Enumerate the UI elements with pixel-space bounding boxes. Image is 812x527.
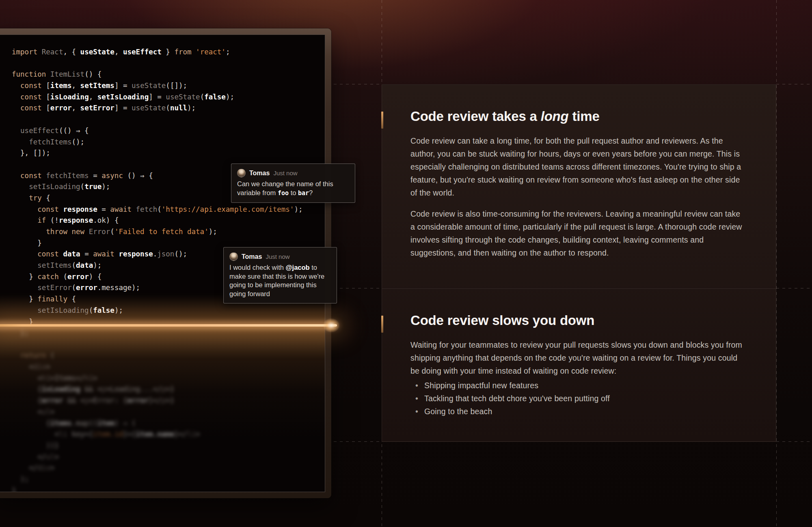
list-item: Tackling that tech debt chore you've bee… bbox=[415, 392, 745, 405]
code-line: ))} bbox=[12, 440, 200, 452]
code-line: </div> bbox=[12, 462, 200, 474]
code-line: const [error, setError] = useState(null)… bbox=[12, 103, 303, 114]
code-line: useEffect(() ⇒ { bbox=[12, 125, 303, 137]
comment-timestamp: Just now bbox=[266, 253, 289, 260]
list-item: Shipping impactful new features bbox=[415, 379, 745, 392]
amber-glow-line bbox=[0, 324, 337, 327]
comment-timestamp: Just now bbox=[273, 170, 297, 176]
alternatives-list: Shipping impactful new features Tackling… bbox=[410, 379, 745, 418]
user-avatar-icon bbox=[229, 252, 238, 261]
page-background: import React, { useState, useEffect } fr… bbox=[0, 0, 812, 527]
user-avatar-icon bbox=[237, 169, 246, 177]
comment-author: Tomas bbox=[242, 253, 262, 260]
review-comment-bubble[interactable]: Tomas Just now I would check with @jacob… bbox=[223, 247, 337, 303]
code-line: ); bbox=[12, 474, 200, 485]
code-line: setIsLoading(false); bbox=[12, 305, 303, 316]
comment-text: Can we change the name of this variable … bbox=[237, 180, 349, 198]
horizontal-dashed-guide bbox=[776, 84, 812, 84]
horizontal-dashed-guide bbox=[334, 441, 382, 442]
code-line: }; bbox=[12, 328, 200, 339]
comment-text: I would check with @jacob to make sure t… bbox=[229, 263, 331, 298]
code-line: const response = await fetch('https://ap… bbox=[12, 204, 303, 215]
review-comment-bubble[interactable]: Tomas Just now Can we change the name of… bbox=[231, 163, 355, 203]
section-code-review-takes-time: Code review takes a long time Code revie… bbox=[382, 85, 776, 289]
blurred-code-block: }; return ( <div> <h1>Items</h1> {isLoad… bbox=[12, 328, 200, 492]
code-line bbox=[12, 114, 303, 125]
code-line: <h1>Items</h1> bbox=[12, 373, 200, 384]
section-paragraph: Code review can take a long time, for bo… bbox=[410, 134, 743, 199]
code-line: {error && <p>Error: {error}</p>} bbox=[12, 395, 200, 407]
horizontal-dashed-guide bbox=[776, 441, 812, 442]
section-heading: Code review slows you down bbox=[410, 312, 745, 329]
code-line: <ul> bbox=[12, 407, 200, 418]
content-panel: Code review takes a long time Code revie… bbox=[382, 84, 776, 442]
code-line: import React, { useState, useEffect } fr… bbox=[12, 47, 303, 58]
code-line: {isLoading && <p>Loading...</p>} bbox=[12, 384, 200, 395]
code-line: return ( bbox=[12, 350, 200, 361]
section-heading: Code review takes a long time bbox=[410, 108, 745, 125]
heading-accent-bar bbox=[381, 316, 383, 333]
horizontal-dashed-guide bbox=[776, 288, 812, 288]
comment-header: Tomas Just now bbox=[229, 252, 331, 261]
code-line: const [isLoading, setIsLoading] = useSta… bbox=[12, 92, 303, 103]
section-code-review-slows-you-down: Code review slows you down Waiting for y… bbox=[382, 289, 776, 442]
section-paragraph: Waiting for your teammates to review you… bbox=[410, 338, 743, 377]
code-line bbox=[12, 58, 303, 69]
code-line: {items.map((item) ⇒ ( bbox=[12, 418, 200, 429]
code-line: <div> bbox=[12, 361, 200, 373]
vertical-dashed-guide-right bbox=[776, 0, 777, 527]
heading-accent-bar bbox=[381, 112, 383, 129]
code-line: } bbox=[12, 485, 200, 492]
code-line: </ul> bbox=[12, 452, 200, 463]
code-line: const [items, setItems] = useState([]); bbox=[12, 80, 303, 92]
comment-header: Tomas Just now bbox=[237, 169, 349, 177]
code-line: if (!response.ok) { bbox=[12, 215, 303, 226]
horizontal-dashed-guide bbox=[334, 84, 382, 84]
code-line: throw new Error('Failed to fetch data'); bbox=[12, 226, 303, 238]
code-line: function ItemList() { bbox=[12, 69, 303, 80]
horizontal-dashed-guide bbox=[334, 288, 382, 288]
code-line: fetchItems(); bbox=[12, 137, 303, 148]
code-line bbox=[12, 339, 200, 351]
code-line: <li key={item.id}>{item.name}</li> bbox=[12, 429, 200, 440]
section-paragraph: Code review is also time-consuming for t… bbox=[410, 207, 743, 259]
code-line: }, []); bbox=[12, 148, 303, 159]
comment-author: Tomas bbox=[249, 170, 270, 177]
list-item: Going to the beach bbox=[415, 405, 745, 418]
